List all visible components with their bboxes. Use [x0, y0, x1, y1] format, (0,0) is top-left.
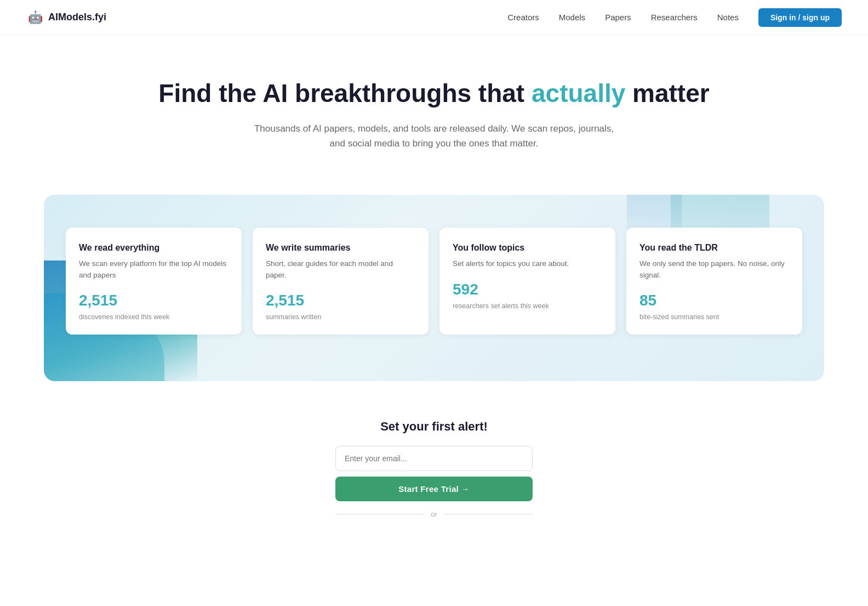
cards-grid: We read everything We scan every platfor…	[66, 228, 802, 335]
cta-divider: or	[335, 510, 533, 518]
nav-models[interactable]: Models	[559, 13, 585, 22]
hero-title-highlight: actually	[532, 79, 625, 107]
logo-icon: 🤖	[26, 9, 44, 26]
card-4-desc: We only send the top papers. No noise, o…	[639, 258, 789, 281]
hero-title-part2: matter	[625, 79, 709, 107]
hero-title-part1: Find the AI breakthroughs that	[158, 79, 532, 107]
card-4-stat-number: 85	[639, 292, 789, 309]
cta-form: Start Free Trial → or	[335, 446, 533, 518]
card-3-title: You follow topics	[453, 243, 602, 253]
card-2-title: We write summaries	[266, 243, 415, 253]
card-4-title: You read the TLDR	[639, 243, 789, 253]
logo-text: AIModels.fyi	[48, 12, 106, 23]
card-2-stat-label: summaries written	[266, 313, 321, 321]
logo[interactable]: 🤖 AIModels.fyi	[26, 9, 106, 26]
card-3-desc: Set alerts for topics you care about.	[453, 258, 602, 269]
card-follow-topics: You follow topics Set alerts for topics …	[439, 228, 615, 335]
card-read-everything: We read everything We scan every platfor…	[66, 228, 242, 335]
cta-section: Set your first alert! Start Free Trial →…	[0, 409, 868, 540]
card-write-summaries: We write summaries Short, clear guides f…	[253, 228, 429, 335]
nav-papers[interactable]: Papers	[605, 13, 631, 22]
card-read-tldr: You read the TLDR We only send the top p…	[626, 228, 802, 335]
cta-title: Set your first alert!	[11, 420, 857, 434]
nav-creators[interactable]: Creators	[507, 13, 539, 22]
nav-researchers[interactable]: Researchers	[651, 13, 698, 22]
card-1-stat-label: discoveries indexed this week	[79, 313, 169, 321]
card-2-stat-number: 2,515	[266, 292, 415, 309]
navbar: 🤖 AIModels.fyi Creators Models Papers Re…	[0, 0, 868, 35]
card-1-stat-number: 2,515	[79, 292, 229, 309]
start-trial-button[interactable]: Start Free Trial →	[335, 477, 533, 501]
card-4-stat-label: bite-sized summaries sent	[639, 313, 719, 321]
card-1-desc: We scan every platform for the top AI mo…	[79, 258, 229, 281]
cards-section: We read everything We scan every platfor…	[44, 195, 824, 381]
navbar-links: Creators Models Papers Researchers Notes…	[507, 8, 842, 27]
signin-button[interactable]: Sign in / sign up	[758, 8, 842, 27]
hero-section: Find the AI breakthroughs that actually …	[0, 35, 868, 184]
email-input[interactable]	[335, 446, 533, 471]
card-2-desc: Short, clear guides for each model and p…	[266, 258, 415, 281]
card-3-stat-label: researchers set alerts this week	[453, 302, 549, 310]
hero-subtitle: Thousands of AI papers, models, and tool…	[248, 121, 620, 151]
card-1-title: We read everything	[79, 243, 229, 253]
nav-notes[interactable]: Notes	[717, 13, 739, 22]
divider-label: or	[431, 510, 437, 518]
hero-title: Find the AI breakthroughs that actually …	[11, 79, 857, 108]
card-3-stat-number: 592	[453, 281, 602, 298]
